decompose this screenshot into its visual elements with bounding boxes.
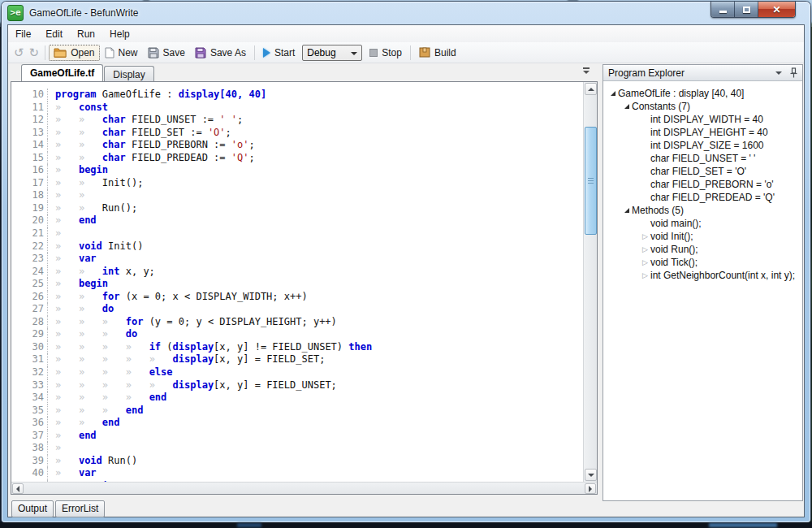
tree-item[interactable]: void main(); (603, 217, 802, 230)
save-button[interactable]: Save (143, 45, 190, 61)
line-number: 22 (11, 240, 44, 253)
minimize-icon (719, 11, 727, 13)
tree-expanded-icon[interactable] (621, 104, 632, 109)
pane-options-icon (583, 67, 590, 69)
scroll-left-button[interactable] (12, 483, 24, 494)
pin-icon[interactable] (790, 67, 797, 78)
tree-item[interactable]: Methods (5) (603, 204, 802, 217)
save-as-button[interactable]: Save As (190, 45, 251, 61)
tab-gameoflife[interactable]: GameOfLife.tf (21, 64, 103, 81)
build-package-icon (419, 47, 430, 58)
tree-item-label: char FIELD_UNSET = ' ' (650, 153, 755, 164)
tree-item[interactable]: char FIELD_SET = 'O' (603, 165, 802, 178)
tab-display[interactable]: Display (104, 66, 153, 81)
line-number: 14 (11, 139, 44, 152)
open-label: Open (71, 47, 94, 58)
code-line: 15» » char FIELD_PREDEAD := 'Q'; (11, 152, 372, 165)
scroll-right-button[interactable] (585, 483, 596, 494)
code-line: 22» void Init() (11, 240, 372, 253)
code-line: 29» » » do (11, 328, 372, 341)
code-line: 12» » char FIELD_UNSET := ' '; (11, 114, 372, 127)
tree-item[interactable]: ▷void Init(); (603, 230, 802, 243)
tree-expanded-icon[interactable] (621, 208, 632, 213)
program-explorer-panel: Program Explorer GameOfLife : display [4… (603, 64, 803, 501)
tree-item-label: void Init(); (650, 231, 693, 242)
line-number: 12 (11, 114, 44, 127)
tree-expanded-icon[interactable] (607, 91, 618, 96)
arrow-down-icon (588, 474, 594, 477)
code-line: 39» void Run() (11, 455, 372, 468)
menu-help[interactable]: Help (102, 26, 137, 42)
pane-options-button[interactable] (581, 67, 591, 74)
program-explorer-header[interactable]: Program Explorer (603, 65, 802, 81)
tab-output[interactable]: Output (11, 500, 54, 517)
vertical-scroll-thumb[interactable] (585, 127, 597, 235)
line-number: 17 (11, 177, 44, 190)
menu-file[interactable]: File (8, 26, 38, 42)
panel-menu-chevron-icon[interactable] (775, 71, 782, 75)
horizontal-scrollbar[interactable] (11, 482, 597, 494)
vertical-scrollbar[interactable] (583, 82, 597, 482)
caption-buttons: ✕ (710, 2, 796, 18)
new-file-icon (105, 47, 114, 58)
tree-item[interactable]: char FIELD_PREDEAD = 'Q' (603, 191, 802, 204)
line-number: 24 (11, 266, 44, 279)
redo-button[interactable]: ↻ (27, 46, 42, 58)
start-button[interactable]: Start (258, 45, 300, 61)
undo-icon: ↺ (14, 45, 24, 59)
code-line: 27» » do (11, 303, 372, 316)
tree-item[interactable]: GameOfLife : display [40, 40] (603, 87, 802, 100)
line-number: 10 (11, 89, 44, 102)
run-mode-dropdown[interactable]: Debug (302, 45, 362, 61)
tree-item[interactable]: Constants (7) (603, 100, 802, 113)
code-line: 18» » (11, 189, 372, 202)
new-label: New (119, 47, 138, 58)
open-button[interactable]: Open (49, 45, 99, 61)
toolbar: ↺ ↻ Open New (8, 42, 804, 63)
save-as-icon (195, 47, 206, 58)
code-line: 26» » for (x = 0; x < DISPLAY_WIDTH; x++… (11, 291, 372, 304)
tab-errorlist[interactable]: ErrorList (55, 500, 105, 517)
new-button[interactable]: New (100, 45, 143, 61)
tree-item[interactable]: int DISPLAY_HEIGHT = 40 (603, 126, 802, 139)
tree-item[interactable]: int DISPLAY_SIZE = 1600 (603, 139, 802, 152)
tree-item[interactable]: char FIELD_PREBORN = 'o' (603, 178, 802, 191)
code-line: 25» begin (11, 278, 372, 291)
menu-edit[interactable]: Edit (38, 26, 70, 42)
minimize-button[interactable] (711, 2, 735, 17)
tree-collapsed-icon[interactable]: ▷ (640, 246, 650, 253)
start-play-icon (263, 48, 270, 58)
open-folder-icon (54, 47, 67, 58)
stop-label: Stop (382, 47, 402, 58)
code-editor[interactable]: 10program GameOfLife : display[40, 40]11… (11, 81, 598, 495)
maximize-button[interactable] (735, 2, 758, 17)
code-line: 28» » » for (y = 0; y < DISPLAY_HEIGHT; … (11, 316, 372, 329)
app-icon: >e (7, 5, 24, 21)
tree-item-label: int GetNeighborCount(int x, int y); (650, 270, 795, 281)
tree-item[interactable]: char FIELD_UNSET = ' ' (603, 152, 802, 165)
close-button[interactable]: ✕ (758, 2, 795, 17)
menu-run[interactable]: Run (70, 26, 102, 42)
scroll-down-button[interactable] (585, 469, 597, 481)
code-line: 14» » char FIELD_PREBORN := 'o'; (11, 139, 372, 152)
tree-item[interactable]: ▷int GetNeighborCount(int x, int y); (603, 269, 802, 282)
tree-collapsed-icon[interactable]: ▷ (640, 233, 650, 240)
code-line: 24» » int x, y; (11, 266, 372, 279)
tree-item[interactable]: int DISPLAY_WIDTH = 40 (603, 113, 802, 126)
taskbar-item (709, 523, 777, 527)
tree-collapsed-icon[interactable]: ▷ (640, 272, 650, 279)
undo-button[interactable]: ↺ (11, 46, 27, 58)
tree-item-label: char FIELD_PREDEAD = 'Q' (650, 192, 775, 203)
taskbar-strip[interactable] (0, 522, 812, 528)
taskbar-item (237, 523, 261, 527)
tree-collapsed-icon[interactable]: ▷ (640, 259, 650, 266)
scroll-up-button[interactable] (585, 83, 597, 95)
line-number: 33 (11, 379, 44, 392)
tree-item[interactable]: ▷void Run(); (603, 243, 802, 256)
code-scroll-area[interactable]: 10program GameOfLife : display[40, 40]11… (11, 82, 583, 482)
title-bar[interactable]: >e GameOfLife - BefunWrite ✕ (2, 2, 810, 24)
build-button[interactable]: Build (414, 45, 461, 61)
line-number: 18 (11, 189, 44, 202)
stop-button[interactable]: Stop (365, 45, 407, 61)
tree-item[interactable]: ▷void Tick(); (603, 256, 802, 269)
